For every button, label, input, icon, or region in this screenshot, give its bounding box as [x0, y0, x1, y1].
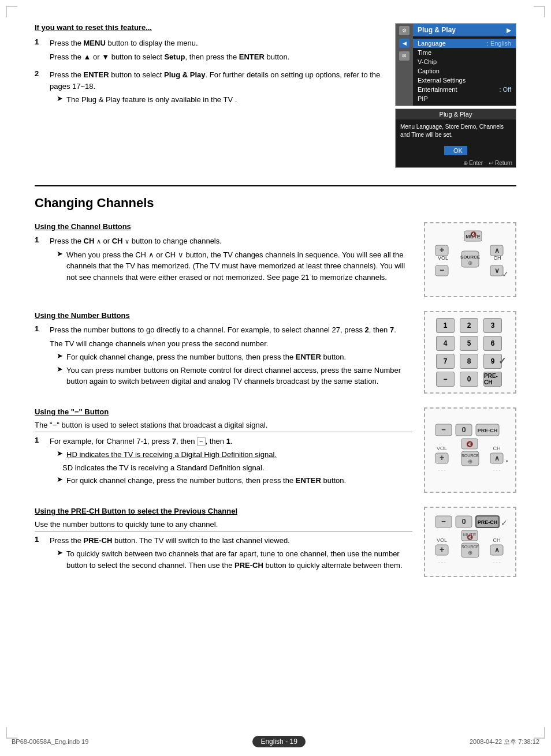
ch-step-1-text: Press the CH ∧ or CH ∨ button to change … [50, 235, 412, 247]
num-note-2-text: You can press number buttons on Remote c… [66, 365, 412, 387]
number-buttons-section: Using the Number Buttons 1 Press the num… [35, 311, 516, 394]
svg-text:· · ·: · · · [493, 467, 501, 473]
svg-text:⊕: ⊕ [468, 260, 472, 266]
svg-text:✓: ✓ [502, 270, 508, 279]
dash-step-1-text: For example, for Channel 7-1, press 7, t… [50, 436, 412, 447]
menu-item-time: Time [413, 48, 516, 57]
pp-footer-return: ↩ Return [489, 160, 512, 166]
menu-item-caption-label: Caption [418, 68, 440, 74]
step-2-note: ➤ The Plug & Play feature is only availa… [57, 94, 384, 106]
menu-item-external-label: External Settings [418, 77, 466, 84]
step-2-note-text: The Plug & Play feature is only availabl… [66, 94, 237, 106]
menu-sidebar: ⚙ ◀ ✉ Plug & Play ▶ Language : English [396, 24, 516, 106]
svg-text:· · ·: · · · [438, 559, 446, 565]
dash-note-1b-text: SD indicates the TV is receiving a Stand… [62, 462, 265, 474]
channel-buttons-text: Using the Channel Buttons 1 Press the CH… [35, 222, 412, 297]
svg-text:∧: ∧ [494, 246, 500, 255]
page-footer: BP68-00658A_Eng.indb 19 English - 19 200… [0, 736, 551, 747]
btn-dash: − [436, 372, 455, 387]
menu-header-arrow: ▶ [507, 27, 511, 33]
menu-item-language-value: : English [487, 40, 511, 47]
dash-button-section: Using the "−" Button The "−" button is u… [35, 407, 516, 493]
prech-intro: Use the number buttons to quickly tune t… [35, 520, 412, 532]
prech-text: Using the PRE-CH Button to select the Pr… [35, 507, 412, 578]
ch-step-1-content: Press the CH ∧ or CH ∨ button to change … [50, 235, 412, 285]
corner-mark-tl [6, 6, 17, 17]
menu-icon-1: ⚙ [399, 26, 409, 35]
btn-3: 3 [483, 318, 502, 333]
footer-right: 2008-04-22 오후 7:38:12 [470, 738, 539, 746]
step-2: 2 Press the ENTER button to select Plug … [35, 69, 384, 107]
btn-0: 0 [460, 372, 478, 387]
prech-remote-img: − 0 PRE-CH MUTE 🔇 + VOL SOURCE ⊕ ∧ [424, 507, 516, 578]
svg-text:VOL: VOL [437, 537, 447, 543]
step-1: 1 Press the MENU button to display the m… [35, 38, 384, 65]
menu-item-entertainment-label: Entertainment [418, 86, 457, 93]
dash-remote-svg: − 0 PRE-CH MUTE 🔇 + VOL ∧ CH SOURCE ⊕ [433, 421, 508, 479]
menu-item-caption: Caption [413, 66, 516, 76]
num-step-1-text: Press the number buttons to go directly … [50, 324, 412, 336]
svg-text:0: 0 [461, 517, 466, 526]
dash-arrow-1: ➤ [57, 449, 63, 461]
step-1-num: 1 [35, 38, 44, 65]
pp-dialog-footer: ⊕ Enter ↩ Return [396, 159, 516, 167]
svg-text:CH: CH [493, 537, 501, 543]
btn-1: 1 [436, 318, 455, 333]
page: If you want to reset this feature... 1 P… [0, 0, 551, 756]
dash-step-1: 1 For example, for Channel 7-1, press 7,… [35, 436, 412, 488]
menu-screenshot: ⚙ ◀ ✉ Plug & Play ▶ Language : English [395, 23, 516, 168]
svg-text:🔇: 🔇 [466, 440, 474, 448]
menu-box: ⚙ ◀ ✉ Plug & Play ▶ Language : English [395, 23, 516, 106]
dash-button-title: Using the "−" Button [35, 407, 412, 416]
menu-item-vchip: V-Chip [413, 57, 516, 66]
num-arrow-2: ➤ [57, 365, 63, 387]
svg-text:· · ·: · · · [438, 467, 446, 473]
numpad-remote-img: 1 2 3 4 5 6 7 8 9 ✓ − 0 PRE-CH [424, 311, 516, 394]
ch-step-1-num: 1 [35, 235, 44, 285]
num-step-1: 1 Press the number buttons to go directl… [35, 324, 412, 389]
pp-ok-button[interactable]: OK [444, 146, 467, 155]
svg-text:PRE-CH: PRE-CH [478, 519, 498, 525]
step-2-num: 2 [35, 69, 44, 107]
ch-note-1: ➤ When you press the CH ∧ or CH ∨ button… [57, 249, 412, 283]
channel-buttons-title: Using the Channel Buttons [35, 222, 412, 231]
btn-6: 6 [483, 336, 502, 351]
svg-text:+: + [440, 453, 444, 462]
dash-arrow-2: ➤ [57, 475, 63, 486]
svg-text:🔇: 🔇 [467, 534, 474, 541]
btn-7: 7 [436, 354, 455, 369]
dash-remote-img: − 0 PRE-CH MUTE 🔇 + VOL ∧ CH SOURCE ⊕ [424, 407, 516, 493]
step-1-line-2: Press the ▲ or ▼ button to select Setup,… [50, 51, 384, 63]
menu-item-language: Language : English [413, 39, 516, 48]
svg-text:✓: ✓ [501, 518, 508, 527]
dash-note-2: ➤ For quick channel change, press the nu… [57, 475, 412, 486]
dash-intro: The "−" button is used to select station… [35, 421, 412, 432]
changing-channels-title: Changing Channels [35, 196, 516, 211]
step-1-content: Press the MENU button to display the men… [50, 38, 384, 65]
num-step-1-content: Press the number buttons to go directly … [50, 324, 412, 389]
step-2-line-1: Press the ENTER button to select Plug & … [50, 69, 384, 92]
section-divider [35, 185, 516, 186]
btn-5: 5 [460, 336, 478, 351]
menu-header: Plug & Play ▶ [413, 24, 516, 36]
menu-item-external: External Settings [413, 76, 516, 85]
menu-items-container: Plug & Play ▶ Language : English Time [413, 24, 516, 106]
svg-text:· · ·: · · · [493, 559, 501, 565]
top-text: If you want to reset this feature... 1 P… [35, 23, 384, 168]
num-note-1: ➤ For quick channel change, press the nu… [57, 351, 412, 363]
menu-header-title: Plug & Play [418, 26, 456, 34]
svg-text:SOURCE: SOURCE [460, 255, 481, 260]
menu-icon-3: ✉ [399, 51, 409, 61]
svg-text:✓: ✓ [505, 455, 508, 465]
dash-note-1: ➤ HD indicates the TV is receiving a Dig… [57, 449, 412, 461]
page-number-box: English - 19 [252, 736, 305, 747]
svg-text:−: − [440, 265, 444, 275]
svg-text:∧: ∧ [494, 546, 500, 554]
ch-arrow-1: ➤ [57, 249, 63, 283]
menu-item-time-label: Time [418, 49, 431, 56]
svg-text:+: + [440, 245, 444, 255]
svg-text:SOURCE: SOURCE [461, 545, 479, 549]
reset-section-title: If you want to reset this feature... [35, 23, 384, 32]
menu-item-entertainment: Entertainment : Off [413, 85, 516, 94]
prech-step-1-content: Press the PRE-CH button. The TV will swi… [50, 535, 412, 573]
